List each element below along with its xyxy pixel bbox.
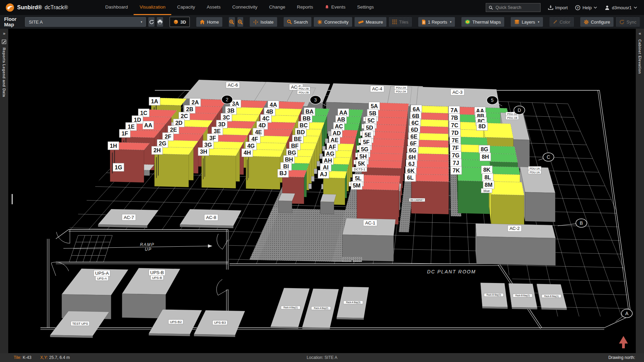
svg-text:DCT3-1: DCT3-1 <box>354 167 365 171</box>
expand-panel-icon[interactable]: » <box>3 31 5 36</box>
app-logo[interactable]: Sunbird® dcTrack® <box>0 3 68 12</box>
svg-text:5L: 5L <box>355 175 361 181</box>
site-select[interactable]: SITE A ▾ <box>25 17 146 27</box>
reports-dropdown-button[interactable]: 1 Reports ▾ <box>418 17 455 27</box>
right-panel-title[interactable]: Cabinet Elevation <box>638 39 642 74</box>
svg-text:4D: 4D <box>259 122 266 128</box>
svg-text:A: A <box>625 311 629 316</box>
chevron-down-icon: ▾ <box>450 20 451 24</box>
svg-text:2A: 2A <box>191 99 199 105</box>
tiles-button[interactable]: Tiles <box>389 17 412 27</box>
chevron-down-icon <box>634 7 637 9</box>
quick-search-input[interactable] <box>495 5 537 10</box>
cabinet-5M[interactable] <box>357 182 399 224</box>
svg-text:8K: 8K <box>483 167 491 173</box>
edit-report-icon[interactable] <box>2 39 7 44</box>
zoom-out-button[interactable] <box>237 17 244 27</box>
svg-text:PDU-2A: PDU-2A <box>396 86 406 89</box>
nav-item-connectivity[interactable]: Connectivity <box>226 0 263 15</box>
svg-text:6M-CABINET: 6M-CABINET <box>410 199 424 201</box>
svg-text:4C: 4C <box>262 115 270 121</box>
svg-text:6D: 6D <box>411 127 418 133</box>
configure-button[interactable]: Configure <box>580 17 614 27</box>
svg-text:AC-6: AC-6 <box>228 82 238 88</box>
svg-text:AC-2: AC-2 <box>509 226 520 231</box>
sync-icon <box>619 20 624 25</box>
svg-text:PDU-1A: PDU-1A <box>530 171 540 174</box>
expand-panel-icon[interactable]: « <box>639 31 641 36</box>
svg-text:7E: 7E <box>452 137 459 143</box>
svg-text:5G: 5G <box>361 146 369 152</box>
right-panel-rail: « Cabinet Elevation <box>636 29 644 353</box>
svg-text:5E: 5E <box>364 132 371 138</box>
left-panel-rail: » Reports Legend and Data <box>0 29 8 353</box>
svg-text:4G: 4G <box>247 143 255 149</box>
print-button[interactable] <box>157 17 163 27</box>
home-button[interactable]: Home <box>196 17 222 27</box>
ac-grille <box>353 257 362 262</box>
ramp-arrow <box>63 246 209 248</box>
ramp-grid <box>69 235 112 262</box>
left-panel-title[interactable]: Reports Legend and Data <box>2 48 6 97</box>
import-button[interactable]: Import <box>548 5 568 10</box>
nav-item-change[interactable]: Change <box>263 0 291 15</box>
svg-text:D: D <box>518 107 521 113</box>
help-menu[interactable]: ? Help <box>575 5 597 10</box>
svg-text:Rack-A Bay(2): Rack-A Bay(2) <box>314 307 328 310</box>
home-icon <box>200 20 205 24</box>
svg-text:AC-7: AC-7 <box>124 215 134 220</box>
status-bar: Tile:K-43 X,Y:25.7, 6.4 m Location: SITE… <box>0 353 644 362</box>
help-icon: ? <box>575 5 580 10</box>
nav-item-visualization[interactable]: Visualization <box>134 0 171 15</box>
isolate-button[interactable]: Isolate <box>250 17 277 27</box>
user-menu[interactable]: d3mousr1 <box>605 5 637 10</box>
search-button[interactable]: Search <box>284 17 311 27</box>
svg-text:6L: 6L <box>407 174 413 181</box>
panel-resize-handle[interactable] <box>12 194 13 204</box>
chevron-down-icon: ▾ <box>538 20 540 24</box>
svg-text:1F: 1F <box>122 130 128 137</box>
pdu-PDU-1A[interactable] <box>520 167 555 222</box>
refresh-icon <box>149 20 154 25</box>
layers-dropdown-button[interactable]: Layers ▾ <box>511 17 543 27</box>
connectivity-button[interactable]: Connectivity <box>314 17 352 27</box>
page-title: Floor Map <box>4 16 23 27</box>
equipment-box <box>320 194 336 214</box>
color-button[interactable]: Color <box>549 17 574 27</box>
thermal-maps-button[interactable]: Thermal Maps <box>461 17 504 27</box>
svg-text:1G: 1G <box>115 164 122 170</box>
svg-text:5K: 5K <box>358 160 365 167</box>
floor-map-3d-view[interactable]: RAMPUPROOMDC PLANT ROOMAC-6AC-5AC-4AC-3P… <box>8 29 636 353</box>
nav-item-events[interactable]: Events <box>319 0 351 15</box>
measure-button[interactable]: Measure <box>355 17 387 27</box>
cabinet-6L[interactable] <box>411 174 449 215</box>
svg-text:8M: 8M <box>485 182 493 188</box>
refresh-button[interactable] <box>148 17 154 27</box>
tiles-icon <box>392 20 397 24</box>
measure-icon <box>358 20 364 24</box>
nav-item-capacity[interactable]: Capacity <box>171 0 201 15</box>
svg-text:AC-1: AC-1 <box>365 220 375 225</box>
mode-3d-toggle[interactable]: 3D <box>170 17 190 27</box>
svg-text:UPS-A: UPS-A <box>95 271 109 276</box>
north-arrow-icon <box>619 336 628 348</box>
cube-3d-icon <box>173 20 178 25</box>
svg-text:5A: 5A <box>371 103 378 109</box>
svg-text:AA: AA <box>339 109 347 116</box>
svg-text:7D: 7D <box>451 130 459 136</box>
sync-button[interactable]: Sync <box>616 17 640 27</box>
svg-text:BI: BI <box>283 163 289 169</box>
nav-item-dashboard[interactable]: Dashboard <box>99 0 134 15</box>
nav-item-assets[interactable]: Assets <box>201 0 226 15</box>
svg-text:BG: BG <box>288 150 296 156</box>
svg-text:6J: 6J <box>408 161 414 167</box>
pencil-icon <box>553 20 558 24</box>
svg-text:AG: AG <box>326 151 334 157</box>
cabinet-8M[interactable] <box>490 181 524 228</box>
nav-item-reports[interactable]: Reports <box>291 0 319 15</box>
zoom-in-button[interactable] <box>229 17 235 27</box>
nav-right: Import ? Help d3mousr1 <box>486 3 644 12</box>
nav-item-settings[interactable]: Settings <box>351 0 380 15</box>
zoom-out-icon <box>238 20 243 25</box>
svg-text:4F: 4F <box>251 136 258 142</box>
